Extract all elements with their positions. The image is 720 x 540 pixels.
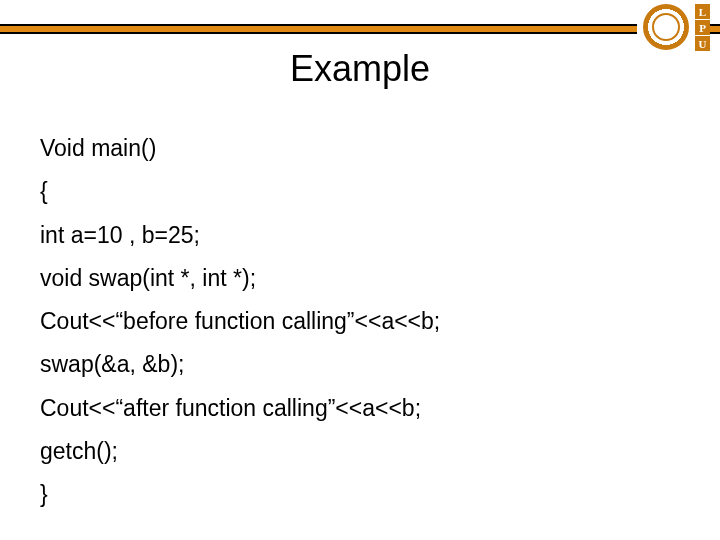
code-line: getch(); (40, 431, 680, 471)
university-seal-icon (643, 4, 689, 50)
code-line: int a=10 , b=25; (40, 215, 680, 255)
lpu-badge: L P U (695, 4, 710, 51)
logo-area: L P U (637, 4, 710, 51)
code-block: Void main() { int a=10 , b=25; void swap… (40, 128, 680, 517)
code-line: } (40, 474, 680, 514)
header-divider (0, 24, 720, 34)
code-line: Cout<<“before function calling”<<a<<b; (40, 301, 680, 341)
header-divider-fill (0, 26, 720, 32)
code-line: Void main() (40, 128, 680, 168)
lpu-letter-p: P (695, 20, 710, 35)
lpu-letter-l: L (695, 4, 710, 19)
slide-title: Example (0, 48, 720, 90)
code-line: void swap(int *, int *); (40, 258, 680, 298)
code-line: Cout<<“after function calling”<<a<<b; (40, 388, 680, 428)
code-line: swap(&a, &b); (40, 344, 680, 384)
code-line: { (40, 171, 680, 211)
